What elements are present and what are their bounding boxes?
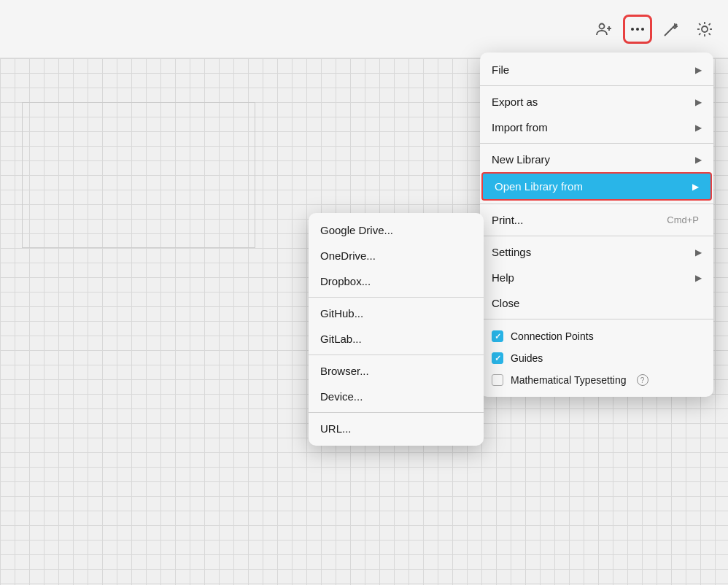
submenu-item-onedrive[interactable]: OneDrive... xyxy=(309,243,484,268)
submenu-item-device[interactable]: Device... xyxy=(309,384,484,409)
chevron-right-icon: ▶ xyxy=(695,273,702,283)
checkbox-math-typesetting[interactable]: Mathematical Typesetting ? xyxy=(480,369,713,391)
menu-item-file[interactable]: File ▶ xyxy=(480,57,713,82)
chevron-right-icon: ▶ xyxy=(695,155,702,165)
svg-point-0 xyxy=(600,23,605,28)
sub-menu-divider-3 xyxy=(309,412,484,413)
checkbox-icon-guides xyxy=(492,352,503,364)
submenu-item-gitlab[interactable]: GitLab... xyxy=(309,326,484,352)
menu-item-settings[interactable]: Settings ▶ xyxy=(480,239,713,265)
menu-divider-4 xyxy=(480,236,713,236)
submenu-item-dropbox[interactable]: Dropbox... xyxy=(309,268,484,294)
chevron-right-icon: ▶ xyxy=(695,247,702,257)
chevron-right-icon: ▶ xyxy=(695,97,702,107)
menu-item-new-library[interactable]: New Library ▶ xyxy=(480,147,713,172)
menu-divider-2 xyxy=(480,143,713,144)
svg-line-14 xyxy=(709,33,710,34)
svg-line-18 xyxy=(709,23,710,25)
sub-menu-divider-2 xyxy=(309,355,484,355)
main-menu: File ▶ Export as ▶ Import from ▶ New Lib… xyxy=(480,53,713,397)
menu-divider-1 xyxy=(480,85,713,86)
toolbar xyxy=(0,0,728,58)
svg-line-9 xyxy=(675,24,677,26)
svg-point-10 xyxy=(702,26,708,32)
submenu-item-github[interactable]: GitHub... xyxy=(309,301,484,326)
sub-menu-divider-1 xyxy=(309,297,484,298)
menu-item-close[interactable]: Close xyxy=(480,290,713,316)
svg-point-4 xyxy=(636,28,639,31)
submenu-item-google-drive[interactable]: Google Drive... xyxy=(309,217,484,243)
help-icon[interactable]: ? xyxy=(637,374,648,386)
menu-item-import-from[interactable]: Import from ▶ xyxy=(480,115,713,140)
canvas-rectangle xyxy=(22,102,255,248)
magic-wand-button[interactable] xyxy=(657,15,686,44)
brightness-button[interactable] xyxy=(690,15,719,44)
menu-item-export-as[interactable]: Export as ▶ xyxy=(480,89,713,115)
chevron-right-icon: ▶ xyxy=(692,182,699,192)
checkbox-guides[interactable]: Guides xyxy=(480,347,713,369)
svg-point-3 xyxy=(631,28,634,31)
submenu-item-browser[interactable]: Browser... xyxy=(309,358,484,384)
menu-divider-5 xyxy=(480,319,713,319)
submenu-item-url[interactable]: URL... xyxy=(309,416,484,441)
chevron-right-icon: ▶ xyxy=(695,123,702,133)
checkbox-connection-points[interactable]: Connection Points xyxy=(480,325,713,347)
more-options-button[interactable] xyxy=(623,15,652,44)
menu-divider-3 xyxy=(480,204,713,204)
menu-item-print[interactable]: Print... Cmd+P xyxy=(480,207,713,233)
open-library-submenu: Google Drive... OneDrive... Dropbox... G… xyxy=(309,213,484,446)
svg-point-5 xyxy=(641,28,644,31)
checkbox-section: Connection Points Guides Mathematical Ty… xyxy=(480,322,713,392)
svg-line-17 xyxy=(699,33,700,34)
svg-line-6 xyxy=(665,27,673,36)
svg-line-13 xyxy=(699,23,700,25)
checkbox-icon-math-typesetting xyxy=(492,374,503,386)
menu-item-help[interactable]: Help ▶ xyxy=(480,265,713,290)
menu-item-open-library-from[interactable]: Open Library from ▶ xyxy=(481,172,712,201)
add-user-button[interactable] xyxy=(589,15,619,44)
checkbox-icon-connection-points xyxy=(492,330,503,342)
chevron-right-icon: ▶ xyxy=(695,65,702,75)
